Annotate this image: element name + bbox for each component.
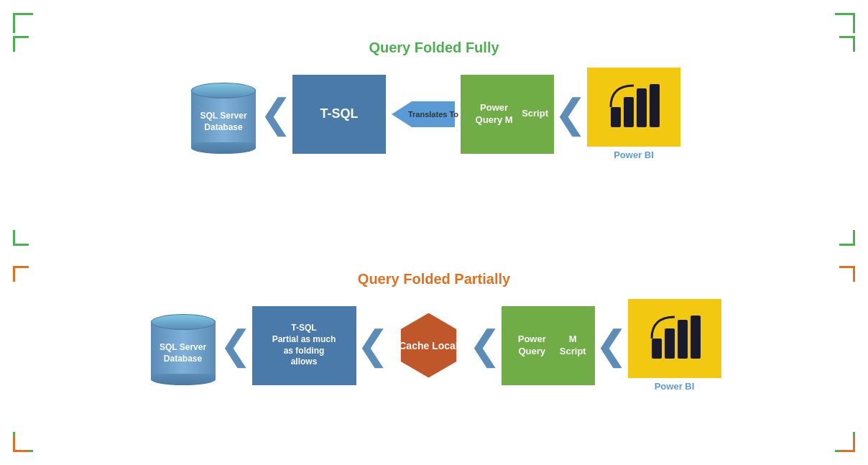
s1-corner-tl [13,36,29,52]
svg-rect-6 [678,320,688,359]
section1-flow-row: SQL Server Database ❮ T-SQL [29,68,839,160]
section2-title: Query Folded Partially [358,271,510,287]
tsql-partial-box: T-SQLPartial as muchas foldingallows [252,306,356,385]
cylinder-1: SQL Server Database [188,71,259,157]
outer-corner-tr [835,13,855,33]
cylinder-bottom-1 [191,142,256,154]
cylinder-body-2: SQL Server Database [151,320,216,381]
arrow-body: Translates To [412,101,455,127]
cylinder-text-1: SQL Server Database [200,105,246,133]
section2-flow-row: SQL Server Database ❮ T-SQLPartial as mu… [29,299,839,392]
chevron-1: ❮ [259,94,292,134]
powerbi-box-1 [587,68,680,147]
s1-corner-tr [839,36,855,52]
svg-rect-2 [637,88,647,127]
cylinder-top-1 [191,83,256,98]
svg-rect-1 [624,97,634,127]
svg-rect-5 [665,328,675,359]
diagram-container: Query Folded Fully SQL Server Database [0,0,868,465]
hexagon-container: Cache Local [389,306,468,385]
section-query-folded-fully: Query Folded Fully SQL Server Database [29,40,839,160]
section2-pqm: Power Query M Script [502,306,595,385]
svg-rect-3 [650,84,660,127]
powerbi-icon-2 [646,310,703,367]
section2-cache: Cache Local [389,306,468,385]
s1-corner-br [839,230,855,246]
chevron-4: ❮ [356,326,389,365]
chevron-5: ❮ [468,326,502,365]
chevron-2: ❮ [554,94,587,134]
section2-powerbi: Power BI [628,299,721,392]
section1-pqm: Power Query M Script [461,75,554,154]
powerbi-box-2 [628,299,721,378]
svg-rect-0 [611,107,621,127]
section1-db: SQL Server Database [188,71,259,157]
translates-to-arrow: Translates To [392,101,455,127]
section1-title: Query Folded Fully [369,40,499,56]
cache-hexagon: Cache Local [397,313,461,378]
outer-corner-tl [13,13,33,33]
cylinder-top-2 [151,314,216,330]
section2-tsql-partial: T-SQLPartial as muchas foldingallows [252,306,356,385]
tsql-box-1: T-SQL [292,75,386,154]
s2-corner-tr [839,266,855,282]
chevron-6: ❮ [595,326,628,365]
svg-rect-4 [652,339,662,359]
s2-corner-bl [13,436,29,452]
section1-powerbi: Power BI [587,68,680,160]
cylinder-body-1: SQL Server Database [191,88,256,149]
svg-rect-7 [691,316,701,359]
section1-tsql-box: T-SQL [292,75,386,154]
cylinder-bottom-2 [151,374,216,385]
section-query-folded-partially: Query Folded Partially SQL Server Databa… [29,271,839,392]
pqm-box-1: Power Query M Script [461,75,554,154]
arrow-shape: Translates To [392,101,455,127]
section2-db: SQL Server Database [147,303,219,389]
cylinder-text-2: SQL Server Database [160,336,206,364]
s2-corner-tl [13,266,29,282]
s2-corner-br [839,436,855,452]
powerbi-icon-1 [605,78,662,136]
cylinder-2: SQL Server Database [147,303,219,389]
powerbi-label-2: Power BI [655,381,695,392]
chevron-3: ❮ [219,326,252,365]
s1-corner-bl [13,230,29,246]
powerbi-label-1: Power BI [614,149,654,160]
pqm-box-2: Power Query M Script [502,306,595,385]
